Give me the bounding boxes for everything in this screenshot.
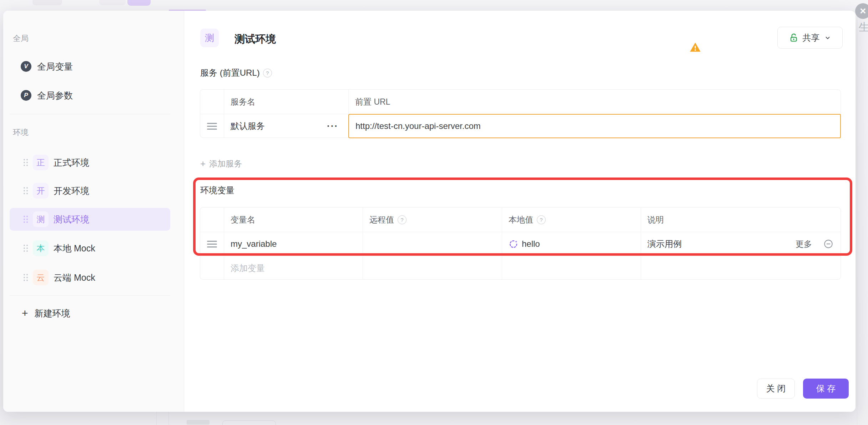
more-label: 更多 <box>796 239 812 250</box>
sidebar-item-env-development[interactable]: 开 开发环境 <box>10 179 170 202</box>
env-badge: 云 <box>33 270 49 285</box>
background-tab <box>99 0 126 5</box>
help-icon[interactable]: ? <box>263 69 272 78</box>
dynamic-value-icon <box>509 239 518 249</box>
background-clipped-text: 生 <box>859 20 868 35</box>
row-drag-handle[interactable] <box>207 232 217 256</box>
sidebar-item-env-local-mock[interactable]: 本 本地 Mock <box>10 237 170 260</box>
column-divider <box>502 208 502 279</box>
local-value-cell[interactable]: hello <box>509 232 540 256</box>
close-icon: ✕ <box>859 6 866 16</box>
plus-icon: + <box>22 307 28 319</box>
minus-circle-icon <box>823 239 833 249</box>
sidebar-item-label: 全局变量 <box>37 61 73 72</box>
variables-table: 变量名 远程值 ? 本地值 ? 说明 my_variable hell <box>200 207 841 280</box>
share-label: 共享 <box>803 32 820 44</box>
env-badge: 开 <box>33 183 49 199</box>
sidebar-item-env-production[interactable]: 正 正式环境 <box>10 151 170 174</box>
base-url-input[interactable] <box>348 114 841 138</box>
services-section-text: 服务 (前置URL) <box>200 67 260 79</box>
row-more-button[interactable]: 更多 <box>796 232 812 256</box>
column-divider <box>363 208 363 279</box>
new-environment-button[interactable]: + 新建环境 <box>10 303 170 323</box>
add-service-label: 添加服务 <box>209 158 242 169</box>
variable-icon: V <box>21 61 31 72</box>
row-divider <box>200 256 841 256</box>
sidebar-item-global-variables[interactable]: V 全局变量 <box>10 57 170 76</box>
env-label: 正式环境 <box>54 157 89 169</box>
drag-handle-icon[interactable] <box>24 274 28 281</box>
env-label: 测试环境 <box>54 214 89 225</box>
env-label: 开发环境 <box>54 185 89 197</box>
screen: 生 ✕ 全局 V 全局变量 P 全局参数 环境 正 正式环境 <box>0 0 868 425</box>
add-service-button[interactable]: + 添加服务 <box>200 158 242 169</box>
drag-handle-icon[interactable] <box>24 159 28 166</box>
background-artifact <box>222 420 276 425</box>
column-header-variable-name: 变量名 <box>231 208 255 232</box>
drag-handle-icon[interactable] <box>24 187 28 194</box>
warning-icon <box>690 42 701 52</box>
unlock-icon <box>789 33 798 42</box>
divider <box>10 114 170 114</box>
background-panel-divider <box>857 11 857 425</box>
more-options-icon: ··· <box>327 121 338 132</box>
divider <box>10 295 170 296</box>
env-label: 本地 Mock <box>54 242 95 254</box>
background-tab <box>32 0 62 5</box>
close-modal-button[interactable]: ✕ <box>855 3 868 19</box>
variables-section-label: 环境变量 <box>200 185 234 196</box>
variable-name-cell[interactable]: my_variable <box>231 232 277 256</box>
column-header-local-value: 本地值 ? <box>509 208 546 232</box>
env-badge: 本 <box>33 240 49 256</box>
background-divider <box>168 412 169 425</box>
service-more-button[interactable]: ··· <box>327 114 338 138</box>
column-divider <box>641 208 641 279</box>
column-header-description: 说明 <box>647 208 664 232</box>
env-label: 云端 Mock <box>54 272 95 284</box>
help-icon[interactable]: ? <box>398 215 407 224</box>
environment-badge: 测 <box>200 29 219 47</box>
env-badge: 正 <box>33 155 49 170</box>
sidebar: 全局 V 全局变量 P 全局参数 环境 正 正式环境 开 开发环境 <box>3 11 184 412</box>
column-header-service-name: 服务名 <box>231 90 255 114</box>
sidebar-item-global-params[interactable]: P 全局参数 <box>10 86 170 105</box>
environment-settings-modal: 全局 V 全局变量 P 全局参数 环境 正 正式环境 开 开发环境 <box>3 11 856 412</box>
drag-handle-icon <box>207 123 217 124</box>
background-artifact <box>187 420 210 425</box>
add-variable-row[interactable]: 添加变量 <box>231 256 265 280</box>
plus-icon: + <box>200 158 206 169</box>
page-title: 测试环境 <box>234 32 276 46</box>
section-label-environments: 环境 <box>13 127 29 138</box>
new-environment-label: 新建环境 <box>35 308 70 319</box>
column-header-remote-value: 远程值 ? <box>369 208 407 232</box>
close-button[interactable]: 关 闭 <box>757 379 795 399</box>
local-value-text: 本地值 <box>509 214 533 225</box>
background-divider <box>156 412 157 425</box>
help-icon[interactable]: ? <box>537 215 546 224</box>
row-drag-handle[interactable] <box>207 114 217 138</box>
background-active-tab <box>127 0 151 6</box>
parameter-icon: P <box>21 90 31 101</box>
drag-handle-icon <box>207 241 217 242</box>
share-button[interactable]: 共享 <box>777 27 843 49</box>
save-button[interactable]: 保 存 <box>803 379 849 399</box>
remove-row-button[interactable] <box>823 232 833 256</box>
sidebar-item-env-testing[interactable]: 测 测试环境 <box>10 208 170 231</box>
sidebar-item-env-cloud-mock[interactable]: 云 云端 Mock <box>10 266 170 289</box>
drag-handle-icon[interactable] <box>24 245 28 252</box>
variables-section-text: 环境变量 <box>200 185 234 196</box>
column-header-base-url: 前置 URL <box>355 90 390 114</box>
column-divider <box>224 208 224 279</box>
service-name-cell[interactable]: 默认服务 <box>231 114 265 138</box>
chevron-down-icon <box>824 34 831 41</box>
local-value-text: hello <box>522 239 540 249</box>
services-table: 服务名 前置 URL 默认服务 ··· <box>200 89 841 138</box>
description-cell[interactable]: 演示用例 <box>647 232 682 256</box>
column-divider <box>224 90 224 138</box>
env-badge: 测 <box>33 211 49 227</box>
remote-value-text: 远程值 <box>369 214 394 225</box>
services-section-label: 服务 (前置URL) ? <box>200 67 272 79</box>
drag-handle-icon[interactable] <box>24 216 28 223</box>
section-label-global: 全局 <box>13 33 29 44</box>
sidebar-item-label: 全局参数 <box>37 90 73 101</box>
